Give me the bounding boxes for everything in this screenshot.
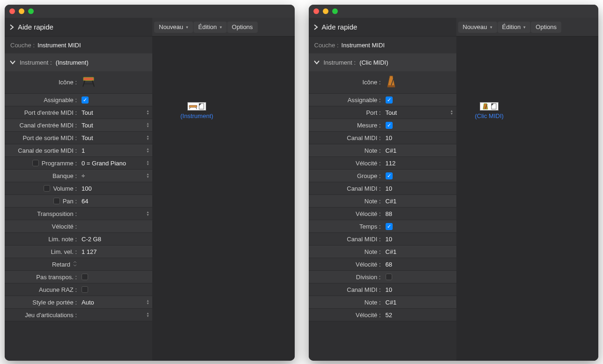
layer-value: Instrument MIDI bbox=[37, 42, 81, 49]
environment-canvas[interactable]: Nouveau▾ Édition▾ Options (Instrument) bbox=[152, 18, 295, 361]
property-value[interactable]: 0 = Grand Piano▲▼ bbox=[79, 160, 152, 167]
stepper-icon[interactable]: ▲▼ bbox=[146, 110, 149, 115]
new-menu-button[interactable]: Nouveau▾ bbox=[154, 22, 193, 33]
property-value[interactable]: C#1 bbox=[383, 299, 456, 306]
quick-help-header[interactable]: Aide rapide bbox=[309, 18, 456, 37]
property-value[interactable]: C#1 bbox=[383, 198, 456, 205]
stepper-icon[interactable]: ▲▼ bbox=[146, 173, 149, 178]
checkbox[interactable] bbox=[386, 274, 392, 280]
enable-checkbox[interactable] bbox=[32, 160, 39, 166]
options-menu-button[interactable]: Options bbox=[227, 22, 258, 33]
options-menu-button[interactable]: Options bbox=[531, 22, 561, 33]
checkbox[interactable] bbox=[82, 97, 89, 104]
close-button[interactable] bbox=[313, 8, 319, 14]
property-row: Pan :64 bbox=[5, 195, 152, 208]
zoom-button[interactable] bbox=[28, 8, 34, 14]
property-value[interactable] bbox=[383, 97, 456, 104]
svg-line-6 bbox=[196, 107, 197, 109]
property-label: Vélocité : bbox=[309, 160, 383, 167]
property-label: Vélocité : bbox=[309, 261, 383, 268]
stepper-icon[interactable]: ▲▼ bbox=[146, 312, 149, 318]
property-row: Mesure : bbox=[309, 119, 456, 132]
minimize-button[interactable] bbox=[323, 8, 328, 14]
property-value[interactable]: 64 bbox=[79, 198, 152, 205]
property-value[interactable]: Tout▲▼ bbox=[79, 122, 152, 129]
edit-menu-button[interactable]: Édition▾ bbox=[194, 22, 227, 33]
property-label: Note : bbox=[309, 198, 383, 205]
stepper-icon[interactable]: ▲▼ bbox=[146, 135, 149, 141]
property-value[interactable]: Tout▲▼ bbox=[79, 109, 152, 116]
stepper-icon[interactable]: ▲▼ bbox=[146, 211, 149, 216]
layer-label: Couche : bbox=[10, 42, 35, 49]
canvas-object-instrument[interactable]: (Instrument) bbox=[180, 102, 213, 119]
checkbox[interactable] bbox=[386, 172, 393, 179]
stepper-icon[interactable] bbox=[73, 261, 77, 268]
new-menu-button[interactable]: Nouveau▾ bbox=[458, 22, 497, 33]
property-row: Canal d'entrée MIDI :Tout▲▼ bbox=[5, 119, 152, 132]
stepper-icon[interactable]: ▲▼ bbox=[146, 148, 149, 153]
property-value[interactable]: Tout▲▼ bbox=[383, 109, 456, 116]
property-value[interactable]: C-2 G8 bbox=[79, 236, 152, 243]
layer-row: Couche : Instrument MIDI bbox=[309, 37, 456, 53]
property-value[interactable]: 68 bbox=[383, 261, 456, 268]
property-value[interactable] bbox=[79, 286, 152, 293]
environment-canvas[interactable]: Nouveau▾ Édition▾ Options (Clic MIDI) bbox=[456, 18, 599, 361]
property-value[interactable] bbox=[383, 75, 456, 89]
property-row: Note :C#1 bbox=[309, 144, 456, 157]
instrument-header[interactable]: Instrument : (Clic MIDI) bbox=[309, 53, 456, 71]
property-value[interactable]: Tout▲▼ bbox=[79, 134, 152, 141]
zoom-button[interactable] bbox=[332, 8, 338, 14]
property-label: Note : bbox=[309, 147, 383, 154]
property-value[interactable] bbox=[79, 274, 152, 280]
property-value[interactable]: 10 bbox=[383, 185, 456, 192]
stepper-icon[interactable]: ▲▼ bbox=[146, 122, 149, 128]
property-value[interactable]: 1 127 bbox=[79, 248, 152, 255]
property-value[interactable]: 10 bbox=[383, 134, 456, 141]
close-button[interactable] bbox=[9, 8, 15, 14]
property-value[interactable]: ÷▲▼ bbox=[79, 172, 152, 179]
property-value[interactable] bbox=[79, 75, 152, 89]
property-label: Canal d'entrée MIDI : bbox=[5, 122, 79, 129]
synth-icon[interactable] bbox=[82, 75, 96, 89]
property-value[interactable]: 100 bbox=[79, 185, 152, 192]
property-value[interactable]: 10 bbox=[383, 236, 456, 243]
checkbox[interactable] bbox=[386, 97, 393, 104]
instrument-header[interactable]: Instrument : (Instrument) bbox=[5, 53, 152, 71]
svg-rect-4 bbox=[189, 105, 197, 107]
property-label: Canal MIDI : bbox=[309, 236, 383, 243]
property-label: Assignable : bbox=[5, 97, 79, 104]
property-value[interactable]: 52 bbox=[383, 312, 456, 319]
canvas-object-midiclick[interactable]: (Clic MIDI) bbox=[475, 102, 504, 119]
checkbox[interactable] bbox=[386, 223, 393, 230]
property-value[interactable] bbox=[383, 172, 456, 179]
enable-checkbox[interactable] bbox=[53, 198, 60, 204]
property-value[interactable] bbox=[383, 274, 456, 280]
property-value[interactable]: Auto▲▼ bbox=[79, 299, 152, 306]
property-row: Note :C#1 bbox=[309, 195, 456, 208]
stepper-icon[interactable]: ▲▼ bbox=[146, 160, 149, 166]
checkbox[interactable] bbox=[82, 286, 88, 293]
property-label: Jeu d'articulations : bbox=[5, 312, 79, 319]
property-row: Aucune RAZ : bbox=[5, 283, 152, 296]
quick-help-header[interactable]: Aide rapide bbox=[5, 18, 152, 37]
enable-checkbox[interactable] bbox=[44, 185, 50, 192]
stepper-icon[interactable]: ▲▼ bbox=[146, 299, 149, 305]
property-value[interactable] bbox=[79, 97, 152, 104]
checkbox[interactable] bbox=[386, 122, 393, 129]
property-value[interactable]: 1▲▼ bbox=[79, 147, 152, 154]
property-value[interactable]: C#1 bbox=[383, 248, 456, 255]
property-value[interactable]: 112 bbox=[383, 160, 456, 167]
edit-menu-button[interactable]: Édition▾ bbox=[498, 22, 531, 33]
property-value[interactable]: 10 bbox=[383, 286, 456, 293]
property-row: Canal MIDI :10 bbox=[309, 132, 456, 144]
property-value[interactable]: C#1 bbox=[383, 147, 456, 154]
minimize-button[interactable] bbox=[19, 8, 24, 14]
property-value[interactable] bbox=[383, 122, 456, 129]
stepper-icon[interactable]: ▲▼ bbox=[450, 110, 454, 115]
property-label: Canal MIDI : bbox=[309, 134, 383, 141]
property-row: Programme :0 = Grand Piano▲▼ bbox=[5, 157, 152, 170]
property-value[interactable]: 88 bbox=[383, 210, 456, 217]
checkbox[interactable] bbox=[82, 274, 88, 280]
property-value[interactable] bbox=[383, 223, 456, 230]
metronome-icon[interactable] bbox=[386, 75, 397, 89]
